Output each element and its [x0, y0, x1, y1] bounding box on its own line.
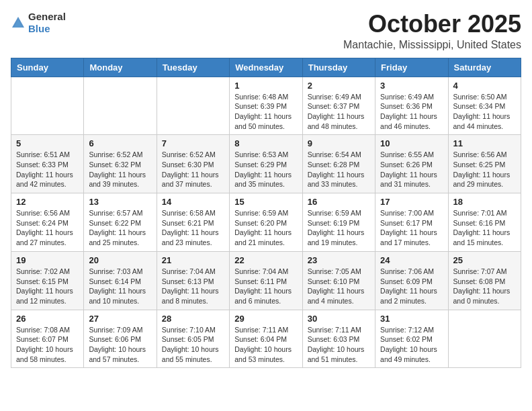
day-detail-1-0: Sunrise: 6:51 AM Sunset: 6:33 PM Dayligh…	[16, 150, 79, 189]
day-number-3-0: 19	[16, 255, 79, 265]
day-number-2-6: 18	[453, 197, 516, 207]
day-number-3-1: 20	[89, 255, 151, 265]
day-cell-1-0: 5Sunrise: 6:51 AM Sunset: 6:33 PM Daylig…	[11, 135, 84, 193]
day-detail-2-1: Sunrise: 6:57 AM Sunset: 6:22 PM Dayligh…	[89, 208, 151, 248]
day-number-0-6: 4	[453, 81, 516, 91]
day-number-1-3: 8	[234, 138, 297, 148]
week-row-3: 19Sunrise: 7:02 AM Sunset: 6:15 PM Dayli…	[11, 251, 521, 310]
day-number-3-5: 24	[380, 255, 443, 265]
day-detail-4-2: Sunrise: 7:10 AM Sunset: 6:05 PM Dayligh…	[162, 325, 224, 365]
header-wednesday: Wednesday	[230, 58, 302, 77]
day-cell-3-2: 21Sunrise: 7:04 AM Sunset: 6:13 PM Dayli…	[157, 251, 229, 310]
day-number-1-6: 11	[453, 138, 516, 148]
day-detail-2-6: Sunrise: 7:01 AM Sunset: 6:16 PM Dayligh…	[453, 208, 516, 248]
day-number-2-0: 12	[16, 197, 79, 207]
day-cell-4-1: 27Sunrise: 7:09 AM Sunset: 6:06 PM Dayli…	[84, 310, 157, 368]
day-cell-3-6: 25Sunrise: 7:07 AM Sunset: 6:08 PM Dayli…	[448, 251, 521, 310]
day-detail-1-5: Sunrise: 6:55 AM Sunset: 6:26 PM Dayligh…	[380, 150, 443, 189]
day-detail-4-5: Sunrise: 7:12 AM Sunset: 6:02 PM Dayligh…	[380, 325, 443, 365]
day-number-3-4: 23	[308, 255, 370, 265]
day-detail-3-1: Sunrise: 7:03 AM Sunset: 6:14 PM Dayligh…	[89, 267, 151, 306]
day-cell-4-6	[448, 310, 521, 368]
day-cell-0-2	[157, 77, 229, 135]
day-cell-3-3: 22Sunrise: 7:04 AM Sunset: 6:11 PM Dayli…	[230, 251, 302, 310]
day-cell-0-6: 4Sunrise: 6:50 AM Sunset: 6:34 PM Daylig…	[448, 77, 521, 135]
day-cell-2-4: 16Sunrise: 6:59 AM Sunset: 6:19 PM Dayli…	[302, 193, 375, 252]
day-number-4-5: 31	[380, 314, 443, 324]
day-cell-4-2: 28Sunrise: 7:10 AM Sunset: 6:05 PM Dayli…	[157, 310, 229, 368]
day-detail-4-0: Sunrise: 7:08 AM Sunset: 6:07 PM Dayligh…	[16, 325, 79, 365]
day-detail-2-3: Sunrise: 6:59 AM Sunset: 6:20 PM Dayligh…	[234, 208, 297, 248]
day-cell-4-3: 29Sunrise: 7:11 AM Sunset: 6:04 PM Dayli…	[230, 310, 302, 368]
day-cell-3-4: 23Sunrise: 7:05 AM Sunset: 6:10 PM Dayli…	[302, 251, 375, 310]
day-detail-1-4: Sunrise: 6:54 AM Sunset: 6:28 PM Dayligh…	[308, 150, 370, 189]
calendar: Sunday Monday Tuesday Wednesday Thursday…	[11, 58, 521, 369]
logo: General Blue	[11, 11, 66, 35]
week-row-2: 12Sunrise: 6:56 AM Sunset: 6:24 PM Dayli…	[11, 193, 521, 252]
day-number-3-2: 21	[162, 255, 224, 265]
day-number-2-3: 15	[234, 197, 297, 207]
day-detail-0-5: Sunrise: 6:49 AM Sunset: 6:36 PM Dayligh…	[380, 92, 443, 132]
day-detail-4-1: Sunrise: 7:09 AM Sunset: 6:06 PM Dayligh…	[89, 325, 151, 365]
day-detail-3-0: Sunrise: 7:02 AM Sunset: 6:15 PM Dayligh…	[16, 267, 79, 306]
day-number-0-3: 1	[234, 81, 297, 91]
day-cell-0-1	[84, 77, 157, 135]
day-cell-0-5: 3Sunrise: 6:49 AM Sunset: 6:36 PM Daylig…	[375, 77, 448, 135]
day-cell-1-4: 9Sunrise: 6:54 AM Sunset: 6:28 PM Daylig…	[302, 135, 375, 193]
day-detail-2-5: Sunrise: 7:00 AM Sunset: 6:17 PM Dayligh…	[380, 208, 443, 248]
header-tuesday: Tuesday	[157, 58, 229, 77]
day-cell-2-1: 13Sunrise: 6:57 AM Sunset: 6:22 PM Dayli…	[84, 193, 157, 252]
day-number-0-5: 3	[380, 81, 443, 91]
header-thursday: Thursday	[302, 58, 375, 77]
location-title: Mantachie, Mississippi, United States	[343, 39, 521, 51]
day-cell-2-3: 15Sunrise: 6:59 AM Sunset: 6:20 PM Dayli…	[230, 193, 302, 252]
day-cell-1-1: 6Sunrise: 6:52 AM Sunset: 6:32 PM Daylig…	[84, 135, 157, 193]
day-number-4-2: 28	[162, 314, 224, 324]
day-cell-4-5: 31Sunrise: 7:12 AM Sunset: 6:02 PM Dayli…	[375, 310, 448, 368]
day-cell-2-5: 17Sunrise: 7:00 AM Sunset: 6:17 PM Dayli…	[375, 193, 448, 252]
day-detail-3-5: Sunrise: 7:06 AM Sunset: 6:09 PM Dayligh…	[380, 267, 443, 306]
header-monday: Monday	[84, 58, 157, 77]
title-area: October 2025 Mantachie, Mississippi, Uni…	[343, 11, 521, 51]
day-number-2-1: 13	[89, 197, 151, 207]
week-row-0: 1Sunrise: 6:48 AM Sunset: 6:39 PM Daylig…	[11, 77, 521, 135]
weekday-header-row: Sunday Monday Tuesday Wednesday Thursday…	[11, 58, 521, 77]
day-cell-4-0: 26Sunrise: 7:08 AM Sunset: 6:07 PM Dayli…	[11, 310, 84, 368]
day-cell-2-2: 14Sunrise: 6:58 AM Sunset: 6:21 PM Dayli…	[157, 193, 229, 252]
day-cell-4-4: 30Sunrise: 7:11 AM Sunset: 6:03 PM Dayli…	[302, 310, 375, 368]
day-detail-3-4: Sunrise: 7:05 AM Sunset: 6:10 PM Dayligh…	[308, 267, 370, 306]
day-cell-3-5: 24Sunrise: 7:06 AM Sunset: 6:09 PM Dayli…	[375, 251, 448, 310]
day-cell-0-0	[11, 77, 84, 135]
logo-blue: Blue	[28, 23, 50, 34]
day-cell-1-5: 10Sunrise: 6:55 AM Sunset: 6:26 PM Dayli…	[375, 135, 448, 193]
day-number-1-2: 7	[162, 138, 224, 148]
day-number-3-3: 22	[234, 255, 297, 265]
logo-icon	[11, 15, 26, 30]
day-number-4-3: 29	[234, 314, 297, 324]
day-number-1-0: 5	[16, 138, 79, 148]
day-cell-1-3: 8Sunrise: 6:53 AM Sunset: 6:29 PM Daylig…	[230, 135, 302, 193]
day-number-0-4: 2	[308, 81, 370, 91]
day-cell-0-4: 2Sunrise: 6:49 AM Sunset: 6:37 PM Daylig…	[302, 77, 375, 135]
day-detail-2-2: Sunrise: 6:58 AM Sunset: 6:21 PM Dayligh…	[162, 208, 224, 248]
day-detail-0-6: Sunrise: 6:50 AM Sunset: 6:34 PM Dayligh…	[453, 92, 516, 132]
month-title: October 2025	[343, 11, 521, 38]
header-friday: Friday	[375, 58, 448, 77]
day-detail-0-4: Sunrise: 6:49 AM Sunset: 6:37 PM Dayligh…	[308, 92, 370, 132]
day-cell-3-1: 20Sunrise: 7:03 AM Sunset: 6:14 PM Dayli…	[84, 251, 157, 310]
day-number-2-5: 17	[380, 197, 443, 207]
day-cell-1-2: 7Sunrise: 6:52 AM Sunset: 6:30 PM Daylig…	[157, 135, 229, 193]
day-cell-2-0: 12Sunrise: 6:56 AM Sunset: 6:24 PM Dayli…	[11, 193, 84, 252]
day-number-4-4: 30	[308, 314, 370, 324]
day-detail-2-0: Sunrise: 6:56 AM Sunset: 6:24 PM Dayligh…	[16, 208, 79, 248]
day-detail-3-6: Sunrise: 7:07 AM Sunset: 6:08 PM Dayligh…	[453, 267, 516, 306]
day-number-1-4: 9	[308, 138, 370, 148]
header-sunday: Sunday	[11, 58, 84, 77]
day-number-2-2: 14	[162, 197, 224, 207]
day-detail-3-3: Sunrise: 7:04 AM Sunset: 6:11 PM Dayligh…	[234, 267, 297, 306]
day-cell-0-3: 1Sunrise: 6:48 AM Sunset: 6:39 PM Daylig…	[230, 77, 302, 135]
day-detail-1-2: Sunrise: 6:52 AM Sunset: 6:30 PM Dayligh…	[162, 150, 224, 189]
week-row-1: 5Sunrise: 6:51 AM Sunset: 6:33 PM Daylig…	[11, 135, 521, 193]
day-detail-4-4: Sunrise: 7:11 AM Sunset: 6:03 PM Dayligh…	[308, 325, 370, 365]
day-number-2-4: 16	[308, 197, 370, 207]
